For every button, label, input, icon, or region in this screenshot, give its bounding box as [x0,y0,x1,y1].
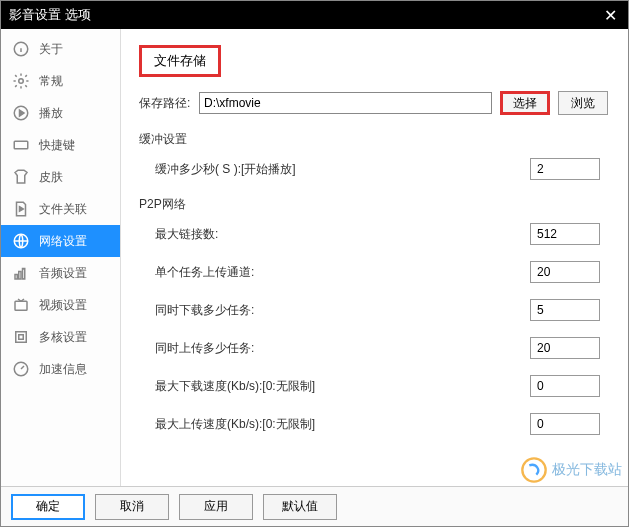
svg-marker-5 [20,110,25,116]
sidebar-item-label: 多核设置 [39,329,87,346]
sidebar-item-label: 播放 [39,105,63,122]
sidebar-item-label: 皮肤 [39,169,63,186]
ok-button[interactable]: 确定 [11,494,85,520]
svg-point-3 [19,79,24,84]
sidebar-item-audio[interactable]: 音频设置 [1,257,120,289]
sidebar: 关于 常规 播放 快捷键 皮肤 文件关联 [1,29,121,486]
svg-rect-6 [14,141,28,149]
gear-icon [11,71,31,91]
close-icon[interactable]: ✕ [600,6,620,25]
sidebar-item-playback[interactable]: 播放 [1,97,120,129]
audio-icon [11,263,31,283]
sidebar-item-multicore[interactable]: 多核设置 [1,321,120,353]
max-ul-speed-row: 最大上传速度(Kb/s):[0:无限制] [155,413,608,435]
speed-icon [11,359,31,379]
keyboard-icon [11,135,31,155]
sidebar-item-label: 网络设置 [39,233,87,250]
watermark-text: 极光下载站 [552,461,622,479]
save-path-row: 保存路径: 选择 浏览 [139,91,608,115]
max-ul-speed-input[interactable] [530,413,600,435]
apply-button[interactable]: 应用 [179,494,253,520]
globe-icon [11,231,31,251]
buffer-input[interactable] [530,158,600,180]
max-dl-speed-row: 最大下载速度(Kb/s):[0:无限制] [155,375,608,397]
svg-line-21 [21,366,24,369]
concurrent-ul-row: 同时上传多少任务: [155,337,608,359]
save-path-input[interactable] [199,92,492,114]
sidebar-item-label: 视频设置 [39,297,87,314]
svg-point-22 [522,458,545,481]
sidebar-item-general[interactable]: 常规 [1,65,120,97]
buffer-row: 缓冲多少秒( S ):[开始播放] [155,158,608,180]
content-panel: 文件存储 保存路径: 选择 浏览 缓冲设置 缓冲多少秒( S ):[开始播放] … [121,29,628,486]
svg-rect-19 [19,335,24,340]
file-icon [11,199,31,219]
max-conn-input[interactable] [530,223,600,245]
save-path-label: 保存路径: [139,95,199,112]
concurrent-dl-row: 同时下载多少任务: [155,299,608,321]
svg-rect-13 [19,272,21,280]
sidebar-item-video[interactable]: 视频设置 [1,289,120,321]
titlebar: 影音设置 选项 ✕ [1,1,628,29]
single-upload-label: 单个任务上传通道: [155,264,254,281]
buffer-label: 缓冲多少秒( S ):[开始播放] [155,161,296,178]
cancel-button[interactable]: 取消 [95,494,169,520]
svg-rect-18 [16,332,27,343]
tv-icon [11,295,31,315]
sidebar-item-label: 音频设置 [39,265,87,282]
concurrent-dl-label: 同时下载多少任务: [155,302,254,319]
svg-rect-15 [15,301,27,310]
buffer-section-title: 缓冲设置 [139,131,608,148]
shirt-icon [11,167,31,187]
svg-rect-12 [15,275,17,280]
sidebar-item-label: 文件关联 [39,201,87,218]
sidebar-item-skin[interactable]: 皮肤 [1,161,120,193]
play-icon [11,103,31,123]
default-button[interactable]: 默认值 [263,494,337,520]
footer: 确定 取消 应用 默认值 [1,486,628,526]
sidebar-item-label: 常规 [39,73,63,90]
settings-window: 影音设置 选项 ✕ 关于 常规 播放 快捷键 皮肤 [0,0,629,527]
file-storage-header: 文件存储 [139,45,221,77]
p2p-section-title: P2P网络 [139,196,608,213]
select-button[interactable]: 选择 [500,91,550,115]
max-ul-speed-label: 最大上传速度(Kb/s):[0:无限制] [155,416,315,433]
single-upload-row: 单个任务上传通道: [155,261,608,283]
sidebar-item-label: 关于 [39,41,63,58]
svg-rect-14 [23,269,25,280]
watermark: 极光下载站 [520,456,622,484]
sidebar-item-label: 快捷键 [39,137,75,154]
sidebar-item-accel[interactable]: 加速信息 [1,353,120,385]
max-conn-label: 最大链接数: [155,226,218,243]
window-title: 影音设置 选项 [9,6,91,24]
max-dl-speed-label: 最大下载速度(Kb/s):[0:无限制] [155,378,315,395]
svg-marker-10 [20,207,24,212]
max-conn-row: 最大链接数: [155,223,608,245]
sidebar-item-hotkey[interactable]: 快捷键 [1,129,120,161]
browse-button[interactable]: 浏览 [558,91,608,115]
sidebar-item-network[interactable]: 网络设置 [1,225,120,257]
window-body: 关于 常规 播放 快捷键 皮肤 文件关联 [1,29,628,486]
cpu-icon [11,327,31,347]
info-icon [11,39,31,59]
sidebar-item-about[interactable]: 关于 [1,33,120,65]
concurrent-ul-input[interactable] [530,337,600,359]
single-upload-input[interactable] [530,261,600,283]
concurrent-ul-label: 同时上传多少任务: [155,340,254,357]
sidebar-item-file-assoc[interactable]: 文件关联 [1,193,120,225]
sidebar-item-label: 加速信息 [39,361,87,378]
concurrent-dl-input[interactable] [530,299,600,321]
max-dl-speed-input[interactable] [530,375,600,397]
